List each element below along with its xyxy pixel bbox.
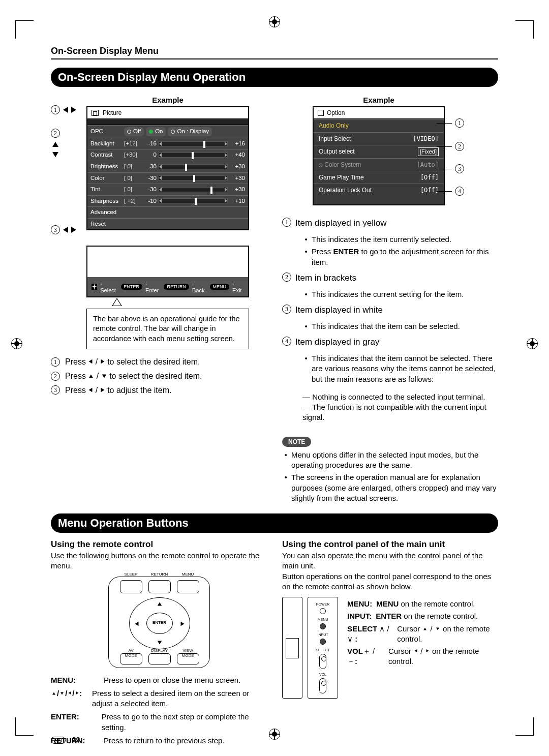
opt-input-select: Input Select[VIDEO] bbox=[314, 132, 444, 145]
opt-color-system: ⦸ Color System[Auto] bbox=[314, 158, 444, 171]
opt-output-select: Output select[Fixed] bbox=[314, 145, 444, 158]
vol-rocker-icon bbox=[319, 678, 326, 693]
return-button bbox=[148, 580, 171, 593]
gray-reasons-list: Nothing is connected to the selected inp… bbox=[302, 392, 498, 423]
picture-icon bbox=[92, 110, 99, 116]
osd-option-menu: Option Audio Only Input Select[VIDEO] Ou… bbox=[313, 106, 445, 205]
callout-guide-explanation: The bar above is an operational guide fo… bbox=[86, 309, 249, 350]
page-footer: EN - 22 bbox=[51, 736, 80, 744]
osd-row: Color[ 0]-30+30 bbox=[87, 172, 248, 184]
desc-title-brackets: Item in brackets bbox=[295, 273, 356, 284]
leader-2-right: 2 bbox=[437, 142, 464, 151]
section-title-osd-operation: On-Screen Display Menu Operation bbox=[51, 68, 498, 87]
display-button bbox=[148, 653, 171, 664]
arrows-key: ///: bbox=[51, 688, 85, 709]
remote-section-intro: Use the following buttons on the remote … bbox=[51, 551, 267, 571]
note-list: Menu options differ in the selected inpu… bbox=[282, 450, 498, 503]
osd-row-reset: Reset bbox=[87, 218, 248, 230]
leader-3-right: 3 bbox=[437, 164, 464, 173]
desc-title-white: Item displayed in white bbox=[295, 305, 383, 316]
step-1: 1 Press / to select the desired item. bbox=[51, 356, 267, 368]
opt-operation-lock: Operation Lock Out[Off] bbox=[314, 184, 444, 196]
step-3: 3 Press / to adjust the item. bbox=[51, 385, 267, 396]
osd-row: Tint[ 0]-30+30 bbox=[87, 184, 248, 195]
osd-option-title: Option bbox=[314, 107, 444, 119]
dpad-left-icon bbox=[135, 621, 138, 625]
note-badge: NOTE bbox=[282, 437, 311, 447]
page-number: 22 bbox=[72, 736, 80, 744]
guide-container: : Select ENTER : Enter RETURN : Back MEN… bbox=[86, 246, 249, 297]
opt-audio-only: Audio Only bbox=[314, 119, 444, 132]
control-panel-legend: MENU:MENU on the remote control. INPUT:E… bbox=[347, 597, 498, 669]
osd-row: Contrast[+30]0+40 bbox=[87, 149, 248, 161]
main-unit-diagram: POWER MENU INPUT SELECT VOL bbox=[282, 597, 338, 699]
osd-picture-title-text: Picture bbox=[103, 109, 121, 117]
panel-section-title: Using the control panel of the main unit bbox=[282, 539, 498, 551]
desc-title-gray: Item displayed in gray bbox=[295, 337, 379, 348]
menu-pill-icon: MENU bbox=[210, 284, 230, 290]
osd-row: Sharpness[ +2]-10+10 bbox=[87, 195, 248, 207]
menu-button bbox=[177, 580, 199, 593]
dpad-up-icon bbox=[157, 602, 161, 606]
osd-row-opc: OPC Off On On : Display bbox=[87, 125, 248, 138]
remote-button-table: MENU:Press to open or close the menu scr… bbox=[51, 675, 267, 746]
osd-row: Backlight[+12]-16+16 bbox=[87, 138, 248, 149]
enter-button: ENTER bbox=[146, 613, 173, 634]
sleep-button bbox=[120, 580, 142, 593]
left-column: Example 1 2 3 Picture OPC Off On On : Di… bbox=[51, 93, 267, 505]
item-description-list: 1Item displayed in yellow This indicates… bbox=[282, 218, 498, 423]
return-pill-icon: RETURN bbox=[164, 284, 189, 290]
osd-row-advanced: Advanced bbox=[87, 206, 248, 218]
desc-title-yellow: Item displayed in yellow bbox=[295, 218, 387, 229]
control-panel-column: Using the control panel of the main unit… bbox=[282, 539, 498, 749]
right-column: Example Option Audio Only Input Select[V… bbox=[282, 93, 498, 505]
leader-1-right: 1 bbox=[437, 118, 464, 128]
language-badge: EN bbox=[51, 737, 66, 744]
leader-1-left: 1 bbox=[51, 105, 76, 114]
steps-list: 1 Press / to select the desired item. 2 … bbox=[51, 356, 267, 396]
osd-row: Brightness[ 0]-30+30 bbox=[87, 161, 248, 172]
dpad-icon bbox=[92, 284, 97, 290]
dpad-right-icon bbox=[180, 621, 184, 625]
operational-guide-bar: : Select ENTER : Enter RETURN : Back MEN… bbox=[87, 277, 248, 296]
option-icon bbox=[318, 110, 324, 116]
unit-button-panel: POWER MENU INPUT SELECT VOL bbox=[308, 597, 338, 699]
remote-column: Using the remote control Use the followi… bbox=[51, 539, 267, 749]
running-header: On-Screen Display Menu bbox=[51, 46, 498, 59]
opt-game-play-time: Game Play Time[Off] bbox=[314, 171, 444, 184]
dpad-down-icon bbox=[157, 641, 161, 644]
remote-section-title: Using the remote control bbox=[51, 539, 267, 551]
example-label-right: Example bbox=[313, 95, 445, 105]
section-title-menu-buttons: Menu Operation Buttons bbox=[51, 513, 498, 533]
leader-3-left: 3 bbox=[51, 225, 76, 234]
power-button-icon bbox=[320, 608, 326, 614]
step-2: 2 Press / to select the desired item. bbox=[51, 371, 267, 382]
osd-picture-title: Picture bbox=[87, 107, 248, 119]
osd-picture-menu: Picture OPC Off On On : Display Backligh… bbox=[86, 106, 249, 230]
leader-2-left: 2 bbox=[51, 129, 60, 157]
input-button-icon bbox=[320, 639, 326, 645]
example-label-left: Example bbox=[86, 95, 249, 105]
enter-pill-icon: ENTER bbox=[121, 284, 143, 290]
callout-tail bbox=[112, 298, 122, 306]
unit-edge bbox=[282, 597, 302, 699]
select-rocker-icon bbox=[319, 654, 326, 669]
leader-4-right: 4 bbox=[437, 187, 464, 196]
menu-button-icon bbox=[320, 623, 326, 629]
osd-tabbar bbox=[87, 119, 248, 125]
remote-control-diagram: SLEEP RETURN MENU ENTER AV MODE DISPLAY … bbox=[108, 577, 210, 668]
